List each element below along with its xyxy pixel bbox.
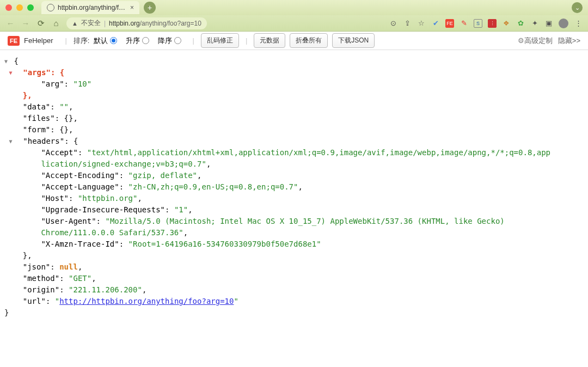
traffic-lights <box>5 4 34 11</box>
json-value-host: httpbin.org <box>82 194 133 203</box>
globe-icon <box>47 4 54 11</box>
toggle-icon[interactable]: ▼ <box>4 56 9 67</box>
forward-button[interactable]: → <box>21 19 30 28</box>
toolbar-right: ⊙ ⇪ ☆ ✔ FE ✎ S ⋮ ❖ ✿ ✦ ▣ ⋮ <box>389 19 583 28</box>
browser-tab[interactable]: httpbin.org/anything/foo?arg=1 × <box>41 1 139 14</box>
search-icon[interactable]: ⊙ <box>389 19 397 28</box>
radio-unchecked-icon <box>174 37 181 44</box>
json-viewer-pane: ▼ { ▼ "args": { "arg": "10" }, "data": "… <box>0 50 588 367</box>
ext-icon-5[interactable]: ❖ <box>502 19 511 28</box>
json-value-accept-1: text/html,application/xhtml+xml,applicat… <box>91 148 550 157</box>
url-box[interactable]: ▲ 不安全 | httpbin.org/anything/foo?arg=10 <box>66 17 207 29</box>
json-value-arg: 10 <box>78 79 87 88</box>
collapse-all-button[interactable]: 折叠所有 <box>290 33 328 48</box>
json-value-accept-encoding: gzip, deflate <box>133 171 193 180</box>
panel-icon[interactable]: ▣ <box>544 19 553 28</box>
insecure-label: 不安全 <box>81 19 101 28</box>
json-value-accept-2: lication/signed-exchange;v=b3;q=0.7 <box>41 160 201 168</box>
json-value-ua-2: Chrome/111.0.0.0 Safari/537.36 <box>41 228 179 237</box>
ext-icon-4[interactable]: ⋮ <box>488 19 497 28</box>
extensions-icon[interactable]: ✦ <box>530 19 539 28</box>
sort-label: 排序: <box>74 36 90 46</box>
tab-close-icon[interactable]: × <box>130 4 134 11</box>
fehelper-title: FeHelper <box>24 36 53 45</box>
json-value-method: GET <box>73 274 87 283</box>
hide-link[interactable]: 隐藏>> <box>558 36 580 46</box>
sort-asc-radio[interactable]: 升序 <box>126 36 149 46</box>
site-warning-icon: ▲ <box>72 20 78 27</box>
json-tree[interactable]: ▼ { ▼ "args": { "arg": "10" }, "data": "… <box>4 56 588 319</box>
fehelper-toolbar: FE FeHelper | 排序: 默认 升序 降序 | 乱码修正 | 元数据 … <box>0 32 588 50</box>
window-titlebar: httpbin.org/anything/foo?arg=1 × + ⌄ <box>0 0 588 15</box>
json-value-trace: Root=1-64196a16-534760330979b0f50e7d68e1 <box>133 240 316 248</box>
close-window-button[interactable] <box>5 4 12 11</box>
advanced-settings-link[interactable]: ⚙高级定制 <box>518 36 553 46</box>
reload-button[interactable]: ⟳ <box>36 19 46 28</box>
home-button[interactable]: ⌂ <box>51 19 61 28</box>
new-tab-button[interactable]: + <box>144 2 156 14</box>
gear-icon: ⚙ <box>518 36 524 45</box>
back-button[interactable]: ← <box>5 19 15 28</box>
profile-avatar[interactable] <box>559 19 568 28</box>
url-path: /anything/foo?arg=10 <box>140 20 201 27</box>
metadata-button[interactable]: 元数据 <box>254 33 285 48</box>
json-value-uir: 1 <box>179 205 183 214</box>
maximize-window-button[interactable] <box>27 4 34 11</box>
ext-icon-6[interactable]: ✿ <box>516 19 525 28</box>
radio-checked-icon <box>110 37 117 44</box>
download-json-button[interactable]: 下载JSON <box>332 33 375 48</box>
tab-title: httpbin.org/anything/foo?arg=1 <box>58 4 127 11</box>
address-bar: ← → ⟳ ⌂ ▲ 不安全 | httpbin.org/anything/foo… <box>0 15 588 32</box>
toggle-icon[interactable]: ▼ <box>9 67 14 78</box>
json-value-accept-language: zh-CN,zh;q=0.9,en-US;q=0.8,en;q=0.7 <box>133 182 293 191</box>
ext-icon-1[interactable]: ✔ <box>431 19 440 28</box>
sort-default-radio[interactable]: 默认 <box>94 36 117 46</box>
json-value-origin: 221.11.206.200 <box>73 285 137 294</box>
share-icon[interactable]: ⇪ <box>403 19 412 28</box>
tabs-menu-button[interactable]: ⌄ <box>572 2 583 13</box>
json-value-url[interactable]: http://httpbin.org/anything/foo?arg=10 <box>59 297 234 305</box>
radio-unchecked-icon <box>142 37 149 44</box>
toggle-icon[interactable]: ▼ <box>9 136 14 147</box>
ext-icon-2[interactable]: ✎ <box>460 19 468 28</box>
fehelper-logo: FE <box>8 36 20 46</box>
menu-icon[interactable]: ⋮ <box>574 19 583 28</box>
star-icon[interactable]: ☆ <box>417 19 426 28</box>
minimize-window-button[interactable] <box>16 4 23 11</box>
sort-desc-radio[interactable]: 降序 <box>158 36 181 46</box>
json-value-ua-1: Mozilla/5.0 (Macintosh; Intel Mac OS X 1… <box>110 217 505 225</box>
ext-icon-3[interactable]: S <box>474 19 482 28</box>
ext-fehelper-icon[interactable]: FE <box>445 19 454 28</box>
fix-encoding-button[interactable]: 乱码修正 <box>201 33 239 48</box>
url-host: httpbin.org <box>109 20 140 27</box>
